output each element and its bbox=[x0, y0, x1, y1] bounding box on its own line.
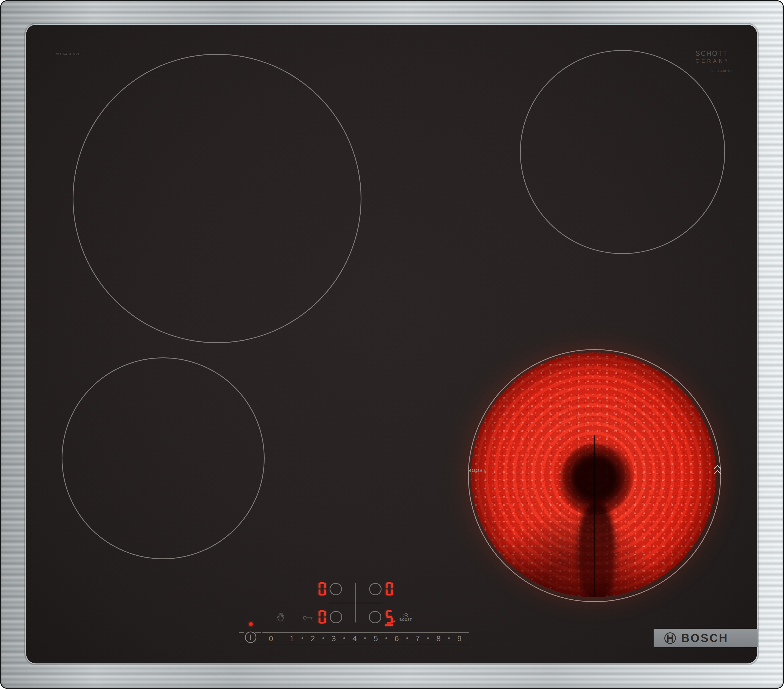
seven-segment-f bbox=[319, 583, 321, 589]
double-chevron-up-icon bbox=[713, 464, 722, 476]
slider-dot bbox=[323, 637, 324, 639]
zone-ring-back-left bbox=[72, 54, 361, 343]
power-indicator-dot bbox=[249, 622, 253, 626]
zone-ring-front-left bbox=[62, 357, 265, 559]
hot-zone-boost-label: BOOST bbox=[468, 468, 486, 474]
key-icon[interactable] bbox=[303, 615, 314, 621]
slider-dot bbox=[406, 637, 408, 639]
cross-lines-icon bbox=[329, 603, 383, 603]
schott-line: SCHOTT bbox=[695, 50, 728, 57]
registered-mark: ® bbox=[725, 58, 727, 62]
slider-dot bbox=[385, 637, 387, 639]
display-back-left bbox=[319, 582, 326, 595]
slider-level-1[interactable]: 1 bbox=[290, 634, 294, 643]
power-button[interactable] bbox=[245, 631, 256, 643]
slider-dot bbox=[343, 637, 345, 639]
display-back-right bbox=[386, 582, 393, 595]
slider-level-5[interactable]: 5 bbox=[374, 634, 378, 643]
divider bbox=[239, 644, 244, 644]
zone-select-circle-back-right[interactable] bbox=[369, 583, 382, 595]
seven-segment-e bbox=[319, 618, 321, 623]
seven-segment-b bbox=[324, 583, 326, 589]
slider-level-3[interactable]: 3 bbox=[331, 634, 336, 643]
boost-key[interactable]: BOOST bbox=[399, 613, 412, 622]
brand-wordmark: BOSCH bbox=[681, 631, 728, 645]
power-icon bbox=[250, 635, 251, 640]
display-front-left bbox=[319, 610, 326, 623]
ceran-line: CERAN® bbox=[695, 57, 728, 64]
seven-segment-f bbox=[319, 611, 321, 617]
display-front-right bbox=[386, 610, 393, 623]
double-chevron-up-icon bbox=[402, 613, 410, 617]
zone-select-circle-front-right[interactable] bbox=[369, 611, 381, 623]
slider-dot bbox=[301, 637, 303, 639]
hand-icon[interactable] bbox=[276, 612, 285, 622]
slider-dot bbox=[427, 637, 429, 639]
slider-level-0[interactable]: 0 bbox=[269, 634, 273, 643]
slider-track-top-line bbox=[262, 632, 469, 633]
boost-key-label: BOOST bbox=[399, 618, 412, 622]
slider-dot bbox=[364, 637, 366, 639]
display-decimal-point bbox=[394, 620, 395, 622]
seven-segment-d bbox=[387, 622, 392, 623]
zone-select-circle-back-left[interactable] bbox=[329, 583, 342, 595]
slider-track-bottom-line bbox=[262, 644, 469, 644]
slider-level-6[interactable]: 6 bbox=[394, 634, 399, 643]
slider-level-9[interactable]: 9 bbox=[457, 634, 461, 643]
hot-zone-rim-shadow bbox=[471, 352, 716, 597]
divider bbox=[255, 632, 261, 633]
glass-code-label: 9001608183 bbox=[712, 69, 733, 73]
seven-segment-b bbox=[324, 611, 326, 617]
seven-segment-e bbox=[386, 589, 388, 595]
seven-segment-b bbox=[391, 583, 393, 589]
model-number-label: PKE645FN2E bbox=[54, 52, 81, 56]
cooktop: PKE645FN2E SCHOTT CERAN® 9001608183 BOOS… bbox=[0, 0, 784, 689]
slider-dot bbox=[448, 637, 450, 639]
slider-level-4[interactable]: 4 bbox=[352, 634, 357, 643]
slider-level-7[interactable]: 7 bbox=[415, 634, 420, 643]
zone-select-circle-front-left[interactable] bbox=[330, 611, 342, 623]
divider bbox=[255, 644, 261, 644]
seven-segment-f bbox=[386, 583, 388, 589]
schott-ceran-logo: SCHOTT CERAN® bbox=[695, 50, 728, 64]
bosch-logo-icon bbox=[664, 631, 677, 645]
slider-level-8[interactable]: 8 bbox=[436, 634, 441, 643]
divider bbox=[239, 632, 244, 633]
brand-badge: BOSCH bbox=[654, 629, 758, 647]
zone-ring-back-right bbox=[520, 50, 725, 254]
seven-segment-f bbox=[386, 611, 388, 617]
slider-level-2[interactable]: 2 bbox=[311, 634, 315, 643]
display-underline bbox=[385, 624, 393, 626]
hot-zone-glowing-element bbox=[471, 352, 716, 597]
seven-segment-e bbox=[319, 589, 321, 595]
